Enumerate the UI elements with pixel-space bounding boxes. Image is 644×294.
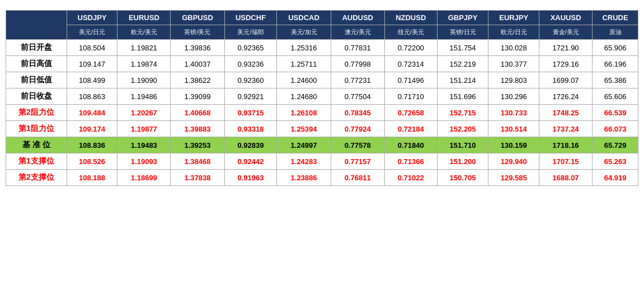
cell-4-6: 0.72658 [384,105,437,121]
cell-1-1: 1.19874 [117,56,171,72]
cell-2-9: 1699.07 [539,72,593,88]
cell-0-10: 65.906 [593,40,638,56]
row-label-5: 第1阻力位 [6,121,67,137]
cell-4-1: 1.20267 [117,105,171,121]
cell-3-5: 0.77504 [331,88,384,105]
cell-1-2: 1.40037 [171,56,224,72]
cell-6-5: 0.77578 [331,137,384,153]
cell-4-5: 0.78345 [331,105,384,121]
cell-5-5: 0.77924 [331,121,384,137]
cell-8-4: 1.23886 [277,170,331,186]
cell-8-2: 1.37838 [171,170,224,186]
cell-1-9: 1729.16 [539,56,593,72]
cell-8-5: 0.76811 [331,170,384,186]
cell-8-3: 0.91963 [224,170,277,186]
row-label-4: 第2阻力位 [6,105,67,121]
header-sub-eurusd: 欧元/美元 [117,25,171,40]
cell-7-7: 151.200 [437,153,488,170]
cell-2-2: 1.38622 [171,72,224,88]
cell-6-3: 0.92839 [224,137,277,153]
cell-2-0: 108.499 [67,72,117,88]
cell-3-1: 1.19486 [117,88,171,105]
cell-0-4: 1.25316 [277,40,331,56]
cell-0-0: 108.504 [67,40,117,56]
cell-2-6: 0.71496 [384,72,437,88]
cell-4-7: 152.715 [437,105,488,121]
table-row: 第2支撑位108.1881.186991.378380.919631.23886… [6,170,638,186]
cell-2-7: 151.214 [437,72,488,88]
cell-1-10: 66.196 [593,56,638,72]
cell-5-8: 130.514 [488,121,539,137]
header-sub-eurjpy: 欧元/日元 [488,25,539,40]
cell-3-8: 130.296 [488,88,539,105]
cell-8-8: 129.585 [488,170,539,186]
row-label-1: 前日高值 [6,56,67,72]
cell-5-10: 66.073 [593,121,638,137]
cell-7-6: 0.71366 [384,153,437,170]
table-row: 前日高值109.1471.198741.400370.932361.257110… [6,56,638,72]
row-label-8: 第2支撑位 [6,170,67,186]
cell-7-0: 108.526 [67,153,117,170]
header-sub-nzdusd: 纽元/美元 [384,25,437,40]
header-pair-xauusd: XAUUSD [539,11,593,25]
table-row: 第2阻力位109.4841.202671.406680.937151.26108… [6,105,638,121]
header-pair-eurjpy: EURJPY [488,11,539,25]
cell-0-3: 0.92365 [224,40,277,56]
cell-0-6: 0.72200 [384,40,437,56]
cell-4-4: 1.26108 [277,105,331,121]
cell-0-9: 1721.90 [539,40,593,56]
header-pair-crude: CRUDE [593,11,638,25]
cell-2-8: 129.803 [488,72,539,88]
row-label-3: 前日收盘 [6,88,67,105]
header-pair-gbpjpy: GBPJPY [437,11,488,25]
header-pair-nzdusd: NZDUSD [384,11,437,25]
row-label-7: 第1支撑位 [6,153,67,170]
cell-5-4: 1.25394 [277,121,331,137]
cell-4-3: 0.93715 [224,105,277,121]
cell-7-5: 0.77157 [331,153,384,170]
cell-0-2: 1.39836 [171,40,224,56]
header-sub-usdjpy: 美元/日元 [67,25,117,40]
header-pair-usdjpy: USDJPY [67,11,117,25]
cell-3-7: 151.696 [437,88,488,105]
cell-3-0: 108.863 [67,88,117,105]
cell-0-1: 1.19821 [117,40,171,56]
header-pair-audusd: AUDUSD [331,11,384,25]
table-row: 第1阻力位109.1741.198771.398830.933181.25394… [6,121,638,137]
cell-3-6: 0.71710 [384,88,437,105]
cell-5-1: 1.19877 [117,121,171,137]
cell-8-10: 64.919 [593,170,638,186]
header-pair-eurusd: EURUSD [117,11,171,25]
cell-1-5: 0.77998 [331,56,384,72]
data-table: USDJPYEURUSDGBPUSDUSDCHFUSDCADAUDUSDNZDU… [6,10,638,186]
cell-2-1: 1.19090 [117,72,171,88]
cell-7-4: 1.24283 [277,153,331,170]
cell-6-2: 1.39253 [171,137,224,153]
cell-8-7: 150.705 [437,170,488,186]
cell-7-2: 1.38468 [171,153,224,170]
cell-6-0: 108.836 [67,137,117,153]
header-sub-crude: 原油 [593,25,638,40]
cell-5-7: 152.205 [437,121,488,137]
cell-8-0: 108.188 [67,170,117,186]
header-row-subs: 美元/日元欧元/美元英镑/美元美元/瑞郎美元/加元澳元/美元纽元/美元英镑/日元… [6,25,638,40]
table-row: 前日开盘108.5041.198211.398360.923651.253160… [6,40,638,56]
cell-5-0: 109.174 [67,121,117,137]
cell-2-4: 1.24600 [277,72,331,88]
cell-4-9: 1748.25 [539,105,593,121]
cell-7-3: 0.92442 [224,153,277,170]
header-pair-gbpusd: GBPUSD [171,11,224,25]
cell-8-1: 1.18699 [117,170,171,186]
table-row: 前日低值108.4991.190901.386220.923601.246000… [6,72,638,88]
cell-5-9: 1737.24 [539,121,593,137]
cell-1-8: 130.377 [488,56,539,72]
cell-0-8: 130.028 [488,40,539,56]
cell-2-5: 0.77231 [331,72,384,88]
cell-4-10: 66.539 [593,105,638,121]
cell-7-9: 1707.15 [539,153,593,170]
cell-7-10: 65.263 [593,153,638,170]
cell-5-3: 0.93318 [224,121,277,137]
cell-6-10: 65.729 [593,137,638,153]
cell-7-1: 1.19093 [117,153,171,170]
cell-6-6: 0.71840 [384,137,437,153]
